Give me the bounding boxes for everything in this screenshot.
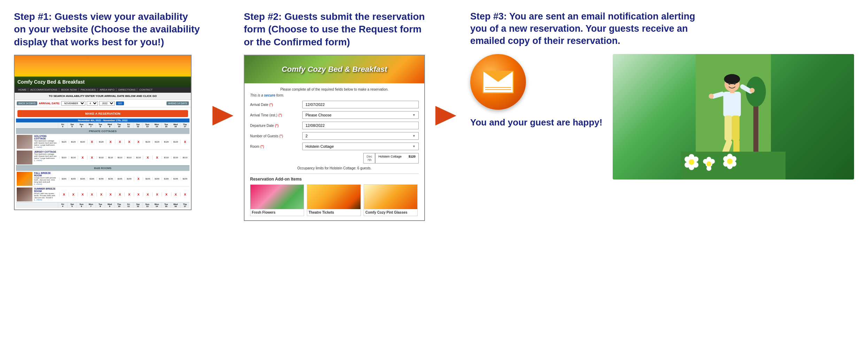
price-cell[interactable]: $110 xyxy=(162,156,171,159)
date-col-sun6: Sun6 xyxy=(77,123,86,128)
price-cell[interactable]: $120 xyxy=(162,140,171,143)
price-cell[interactable]: $155 xyxy=(115,177,124,180)
price-cell[interactable]: $110 xyxy=(124,156,134,159)
price-cell-x: X xyxy=(162,192,171,197)
month-select[interactable]: NOVEMBER xyxy=(61,101,85,106)
price-cell[interactable]: $155 xyxy=(87,177,96,180)
price-cell[interactable]: $120 xyxy=(96,140,106,143)
dates-header-row: Fri4 Sat5 Sun6 Mon7 Tue8 Wed9 Thu10 Fri1… xyxy=(16,122,189,128)
day-select[interactable]: 4 xyxy=(87,101,98,106)
bottom-date-sat12: Sat12 xyxy=(133,202,142,208)
nav-book-now[interactable]: BOOK NOW xyxy=(60,88,79,91)
table-row: JERSEY COTTAGE Two bedroom cottage with … xyxy=(16,150,189,165)
guests-select[interactable]: 2 ▼ xyxy=(302,132,419,140)
price-cell[interactable]: $110 xyxy=(134,156,143,159)
price-cell-x: X xyxy=(143,192,152,197)
arrival-date-label: ARRIVAL DATE: xyxy=(39,102,60,105)
bottom-date-wed9: Wed9 xyxy=(105,202,114,208)
price-cell-x: X xyxy=(134,192,143,197)
price-cell[interactable]: $155 xyxy=(180,177,189,180)
nav-home[interactable]: HOME xyxy=(17,88,28,91)
price-cell-x: X xyxy=(87,155,96,160)
nav-contact[interactable]: CONTACT xyxy=(138,88,154,91)
main-container: Step #1: Guests view your availability o… xyxy=(0,0,868,228)
svg-rect-11 xyxy=(725,116,733,141)
nav-directions[interactable]: DIRECTIONS xyxy=(117,88,137,91)
arrow2-right xyxy=(435,106,456,125)
price-cell[interactable]: $110 xyxy=(115,156,124,159)
email-envelope-icon xyxy=(482,71,514,93)
calendar-price: $120 xyxy=(409,155,416,158)
date-col-mon7: Mon7 xyxy=(86,123,95,128)
envelope-flap xyxy=(482,71,514,82)
price-cell[interactable]: $155 xyxy=(162,177,171,180)
price-cell-x: X xyxy=(78,192,87,197)
arrival-time-select[interactable]: Please Choose ▼ xyxy=(302,111,419,119)
price-cell[interactable]: $155 xyxy=(69,177,78,180)
make-reservation-button[interactable]: MAKE A RESERVATION xyxy=(17,110,188,117)
bottom-date-thu17: Thu17 xyxy=(180,202,189,208)
search-bar-label: TO SEARCH AVAILABILITY ENTER YOUR ARRIVA… xyxy=(49,94,157,98)
form-addon-items: Fresh Flowers Theatre Tickets Comfy Cozy… xyxy=(250,184,419,216)
price-cell[interactable]: $120 xyxy=(171,140,180,143)
dates-spacer xyxy=(16,123,58,128)
price-cell[interactable]: $120 xyxy=(143,140,152,143)
price-cell[interactable]: $155 xyxy=(171,177,180,180)
step2-heading: Step #2: Guests submit the reservation f… xyxy=(244,10,425,48)
arrival-time-label: Arrival Time (est.) (*) xyxy=(250,113,302,117)
back-14-days-button[interactable]: BACK 14 DAYS xyxy=(17,101,37,105)
guests-value: 2 xyxy=(305,134,308,138)
price-cell[interactable]: $155 xyxy=(96,177,106,180)
price-cell[interactable]: $155 xyxy=(59,177,69,180)
arrival-date-input[interactable] xyxy=(302,101,419,108)
jersey-room-img xyxy=(17,151,32,165)
svg-point-34 xyxy=(707,161,712,166)
price-cell[interactable]: $110 xyxy=(171,156,180,159)
price-cell-x: X xyxy=(115,140,124,144)
price-cell[interactable]: $110 xyxy=(69,156,78,159)
nav-accommodations[interactable]: ACCOMMODATIONS xyxy=(29,88,59,91)
price-cell[interactable]: $155 xyxy=(143,177,152,180)
form-intro: Please complete all of the required fiel… xyxy=(250,87,419,91)
date-col-fri4: Fri4 xyxy=(58,123,67,128)
addon-theatre-tickets[interactable]: Theatre Tickets xyxy=(307,184,361,216)
col2: Step #2: Guests submit the reservation f… xyxy=(237,10,432,221)
form-hero: Comfy Cozy Bed & Breakfast xyxy=(245,55,424,83)
price-cell[interactable]: $155 xyxy=(152,177,162,180)
private-cottages-header: PRIVATE COTTAGES xyxy=(16,128,189,134)
price-cell[interactable]: $120 xyxy=(152,140,162,143)
year-select[interactable]: 2022 xyxy=(99,101,115,106)
ahead-14-days-button[interactable]: AHEAD 14 DAYS xyxy=(166,101,189,105)
mockup-calendar-wrapper: MAKE A RESERVATION November 4th, 2022 - … xyxy=(15,107,191,209)
room-select[interactable]: Holstein Cottage ▼ xyxy=(302,143,419,150)
secure-link[interactable]: secure xyxy=(264,93,275,97)
price-cell-x: X xyxy=(134,140,143,144)
go-button[interactable]: GO xyxy=(116,101,124,105)
price-cell[interactable]: $110 xyxy=(59,156,69,159)
price-cell[interactable]: $155 xyxy=(124,177,134,180)
price-cell[interactable]: $155 xyxy=(78,177,87,180)
arrival-date-row: Arrival Date (*) xyxy=(250,101,419,108)
email-circle xyxy=(470,54,526,110)
nav-area-info[interactable]: AREA INFO xyxy=(98,88,116,91)
theatre-tickets-label: Theatre Tickets xyxy=(307,209,361,216)
price-cell-x: X xyxy=(180,140,189,144)
price-cell[interactable]: $120 xyxy=(69,140,78,143)
pint-glasses-label: Comfy Cozy Pint Glasses xyxy=(364,209,417,216)
price-cell[interactable]: $110 xyxy=(106,156,115,159)
bottom-date-tue15: Tue15 xyxy=(161,202,171,208)
addon-fresh-flowers[interactable]: Fresh Flowers xyxy=(250,184,304,216)
departure-date-input[interactable] xyxy=(302,122,419,129)
price-cell[interactable]: $155 xyxy=(106,177,115,180)
price-cell[interactable]: $110 xyxy=(96,156,106,159)
table-row: FALL BREEZE ROOM Large room with private… xyxy=(16,171,189,186)
guests-row: Number of Guests (*) 2 ▼ xyxy=(250,132,419,140)
fall-breeze-room-info: FALL BREEZE ROOM Large room with private… xyxy=(33,171,59,186)
mockup-search-bar: TO SEARCH AVAILABILITY ENTER YOUR ARRIVA… xyxy=(15,93,191,100)
addon-pint-glasses[interactable]: Comfy Cozy Pint Glasses xyxy=(364,184,418,216)
form-body: Please complete all of the required fiel… xyxy=(245,83,424,220)
nav-packages[interactable]: PACKAGES xyxy=(79,88,98,91)
price-cell[interactable]: $120 xyxy=(78,140,87,143)
price-cell[interactable]: $120 xyxy=(59,140,69,143)
calendar-date-cell: Dec7th xyxy=(363,153,375,163)
